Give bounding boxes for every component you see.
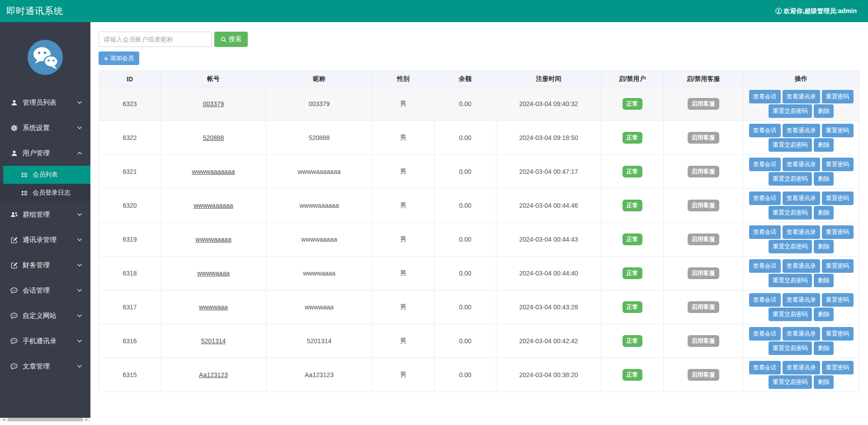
delete-button[interactable]: 删除 bbox=[814, 206, 834, 220]
sidebar-item-article-management[interactable]: 文章管理 bbox=[0, 354, 90, 379]
account-link[interactable]: 5201314 bbox=[201, 337, 226, 345]
sidebar-hscrollbar[interactable] bbox=[0, 418, 90, 421]
account-link[interactable]: wwwwaaaa bbox=[197, 270, 230, 277]
view-contacts-button[interactable]: 查看通讯录 bbox=[783, 158, 820, 171]
service-status-badge[interactable]: 启用客服 bbox=[688, 200, 719, 211]
sidebar-item-phone-contacts[interactable]: 手机通讯录 bbox=[0, 328, 90, 354]
view-contacts-button[interactable]: 查看通讯录 bbox=[783, 90, 820, 103]
sidebar-item-group-management[interactable]: 群组管理 bbox=[0, 202, 90, 227]
user-status-badge[interactable]: 正常 bbox=[623, 132, 642, 144]
user-status-badge[interactable]: 正常 bbox=[623, 234, 642, 245]
user-status-badge[interactable]: 正常 bbox=[623, 200, 642, 211]
account-link[interactable]: Aa123123 bbox=[199, 371, 228, 378]
sidebar-subitem-member-list[interactable]: 会员列表 bbox=[0, 166, 90, 184]
reset-trade-password-button[interactable]: 重置交易密码 bbox=[769, 341, 812, 355]
view-session-button[interactable]: 查看会话 bbox=[749, 158, 781, 171]
reset-trade-password-button[interactable]: 重置交易密码 bbox=[769, 308, 812, 321]
reset-trade-password-button[interactable]: 重置交易密码 bbox=[769, 375, 812, 389]
service-status-badge[interactable]: 启用客服 bbox=[688, 301, 719, 313]
sidebar-item-finance-management[interactable]: 财务管理 bbox=[0, 252, 90, 278]
delete-button[interactable]: 删除 bbox=[814, 104, 834, 118]
chevron-down-icon bbox=[77, 213, 82, 216]
reset-trade-password-button[interactable]: 重置交易密码 bbox=[769, 240, 812, 253]
sidebar-item-system-settings[interactable]: 系统设置 bbox=[0, 115, 90, 140]
comment-icon bbox=[10, 363, 18, 369]
service-status-badge[interactable]: 启用客服 bbox=[688, 98, 719, 110]
user-status-badge[interactable]: 正常 bbox=[623, 166, 642, 177]
service-status-badge[interactable]: 启用客服 bbox=[688, 132, 719, 144]
service-status-badge[interactable]: 启用客服 bbox=[688, 267, 719, 279]
service-status-badge[interactable]: 启用客服 bbox=[688, 166, 719, 177]
add-member-button[interactable]: + 添加会员 bbox=[99, 51, 139, 65]
account-link[interactable]: wwwwaaaaaaa bbox=[192, 168, 235, 175]
cell-user-status: 正常 bbox=[601, 87, 664, 121]
user-status-badge[interactable]: 正常 bbox=[623, 335, 642, 347]
reset-password-button[interactable]: 重置密码 bbox=[822, 124, 854, 137]
delete-button[interactable]: 删除 bbox=[814, 240, 834, 253]
view-contacts-button[interactable]: 查看通讯录 bbox=[783, 191, 820, 205]
reset-password-button[interactable]: 重置密码 bbox=[822, 90, 854, 103]
reset-password-button[interactable]: 重置密码 bbox=[822, 225, 854, 239]
reset-password-button[interactable]: 重置密码 bbox=[822, 293, 854, 307]
view-session-button[interactable]: 查看会话 bbox=[749, 361, 781, 374]
view-session-button[interactable]: 查看会话 bbox=[749, 293, 781, 307]
search-input[interactable] bbox=[99, 32, 212, 47]
sidebar-item-contacts-management[interactable]: 通讯录管理 bbox=[0, 227, 90, 252]
delete-button[interactable]: 删除 bbox=[814, 308, 834, 321]
service-status-badge[interactable]: 启用客服 bbox=[688, 234, 719, 245]
view-contacts-button[interactable]: 查看通讯录 bbox=[783, 124, 820, 137]
service-status-badge[interactable]: 启用客服 bbox=[688, 369, 719, 381]
user-circle-icon bbox=[775, 8, 782, 14]
account-link[interactable]: wwwwaaaaa bbox=[195, 236, 231, 243]
reset-password-button[interactable]: 重置密码 bbox=[822, 191, 854, 205]
view-contacts-button[interactable]: 查看通讯录 bbox=[783, 225, 820, 239]
sidebar-item-custom-website[interactable]: 自定义网站 bbox=[0, 303, 90, 328]
scroll-left-arrow-icon[interactable] bbox=[2, 418, 5, 421]
view-contacts-button[interactable]: 查看通讯录 bbox=[783, 259, 820, 273]
delete-button[interactable]: 删除 bbox=[814, 375, 834, 389]
sidebar-item-admin-list[interactable]: 管理员列表 bbox=[0, 90, 90, 115]
user-status-badge[interactable]: 正常 bbox=[623, 98, 642, 110]
reset-password-button[interactable]: 重置密码 bbox=[822, 259, 854, 273]
scroll-right-arrow-icon[interactable] bbox=[86, 418, 89, 421]
user-status-badge[interactable]: 正常 bbox=[623, 301, 642, 313]
user-status-badge[interactable]: 正常 bbox=[623, 267, 642, 279]
reset-password-button[interactable]: 重置密码 bbox=[822, 327, 854, 341]
reset-trade-password-button[interactable]: 重置交易密码 bbox=[769, 274, 812, 287]
view-session-button[interactable]: 查看会话 bbox=[749, 225, 781, 239]
chevron-up-icon bbox=[77, 151, 82, 155]
delete-button[interactable]: 删除 bbox=[814, 138, 834, 152]
account-link[interactable]: wwwwaaaaaa bbox=[193, 202, 233, 209]
delete-button[interactable]: 删除 bbox=[814, 274, 834, 287]
search-row: 搜索 bbox=[99, 32, 859, 47]
account-link[interactable]: 520888 bbox=[203, 134, 224, 141]
delete-button[interactable]: 删除 bbox=[814, 341, 834, 355]
account-link[interactable]: wwwwaaa bbox=[199, 304, 228, 311]
view-contacts-button[interactable]: 查看通讯录 bbox=[783, 327, 820, 341]
user-status-badge[interactable]: 正常 bbox=[623, 369, 642, 381]
view-session-button[interactable]: 查看会话 bbox=[749, 327, 781, 341]
reset-password-button[interactable]: 重置密码 bbox=[822, 361, 854, 374]
sidebar-item-user-management[interactable]: 用户管理 bbox=[0, 140, 90, 166]
view-session-button[interactable]: 查看会话 bbox=[749, 259, 781, 273]
reset-trade-password-button[interactable]: 重置交易密码 bbox=[769, 104, 812, 118]
view-session-button[interactable]: 查看会话 bbox=[749, 191, 781, 205]
view-contacts-button[interactable]: 查看通讯录 bbox=[783, 293, 820, 307]
sidebar-subitem-member-login-log[interactable]: 会员登录日志 bbox=[0, 184, 90, 202]
view-contacts-button[interactable]: 查看通讯录 bbox=[783, 361, 820, 374]
view-session-button[interactable]: 查看会话 bbox=[749, 90, 781, 103]
scrollbar-thumb[interactable] bbox=[8, 418, 83, 421]
reset-trade-password-button[interactable]: 重置交易密码 bbox=[769, 138, 812, 152]
cell-nickname: Aa123123 bbox=[266, 358, 373, 392]
reset-trade-password-button[interactable]: 重置交易密码 bbox=[769, 206, 812, 220]
reset-trade-password-button[interactable]: 重置交易密码 bbox=[769, 172, 812, 186]
account-link[interactable]: 003379 bbox=[203, 100, 224, 107]
delete-button[interactable]: 删除 bbox=[814, 172, 834, 186]
table-body: 6323003379003379男0.002024-03-04 09:40:32… bbox=[99, 87, 859, 392]
reset-password-button[interactable]: 重置密码 bbox=[822, 158, 854, 171]
sidebar-item-session-management[interactable]: 会话管理 bbox=[0, 278, 90, 303]
cell-actions: 查看会话查看通讯录重置密码重置交易密码删除 bbox=[743, 223, 859, 257]
view-session-button[interactable]: 查看会话 bbox=[749, 124, 781, 137]
service-status-badge[interactable]: 启用客服 bbox=[688, 335, 719, 347]
search-button[interactable]: 搜索 bbox=[214, 32, 248, 47]
